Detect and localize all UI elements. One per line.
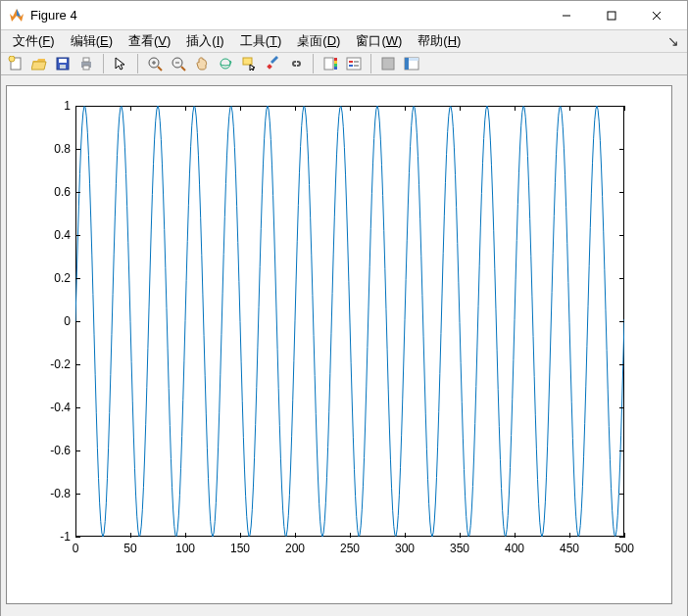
svg-rect-24 bbox=[334, 61, 337, 64]
svg-rect-20 bbox=[243, 58, 252, 65]
open-button[interactable] bbox=[28, 53, 50, 74]
close-button[interactable] bbox=[634, 1, 679, 30]
svg-rect-1 bbox=[608, 12, 615, 20]
toolbar-separator bbox=[137, 54, 138, 73]
y-tick-label: 1 bbox=[31, 99, 71, 113]
menu-view-label: 查看(V) bbox=[128, 33, 171, 48]
svg-rect-22 bbox=[324, 58, 333, 70]
x-tick-label: 200 bbox=[285, 542, 305, 555]
svg-rect-34 bbox=[405, 58, 409, 70]
menu-desktop[interactable]: 桌面(D) bbox=[289, 30, 348, 52]
svg-rect-23 bbox=[334, 58, 337, 61]
svg-rect-10 bbox=[83, 58, 89, 62]
new-figure-button[interactable] bbox=[5, 53, 26, 74]
svg-line-13 bbox=[158, 67, 162, 71]
svg-rect-26 bbox=[334, 67, 337, 70]
x-tick-label: 50 bbox=[123, 542, 136, 555]
x-tick-label: 100 bbox=[175, 542, 195, 555]
insert-colorbar-button[interactable] bbox=[319, 53, 341, 74]
menu-help-label: 帮助(H) bbox=[418, 33, 461, 48]
pan-button[interactable] bbox=[191, 53, 213, 74]
x-tick-label: 500 bbox=[614, 542, 634, 555]
y-tick-label: -0.8 bbox=[31, 487, 71, 500]
svg-point-5 bbox=[9, 56, 15, 62]
x-tick-label: 250 bbox=[340, 542, 360, 555]
maximize-button[interactable] bbox=[589, 1, 634, 30]
x-tick-label: 0 bbox=[73, 542, 79, 555]
brush-button[interactable] bbox=[262, 53, 283, 74]
hide-plot-tools-button[interactable] bbox=[377, 53, 399, 74]
menu-file[interactable]: 文件(F) bbox=[5, 30, 63, 52]
svg-rect-27 bbox=[347, 58, 361, 70]
zoom-in-button[interactable] bbox=[144, 53, 166, 74]
y-tick-label: -0.2 bbox=[31, 357, 71, 371]
menu-bar: 文件(F) 编辑(E) 查看(V) 插入(I) 工具(T) 桌面(D) 窗口(W… bbox=[1, 30, 687, 52]
toolbar-separator bbox=[103, 54, 104, 73]
title-bar[interactable]: Figure 4 bbox=[1, 1, 687, 30]
x-tick-label: 300 bbox=[395, 542, 415, 555]
matlab-icon bbox=[9, 8, 25, 24]
menu-tools-label: 工具(T) bbox=[240, 33, 282, 48]
y-tick-label: -1 bbox=[31, 530, 71, 544]
link-plots-button[interactable] bbox=[285, 53, 307, 74]
y-tick-label: -0.6 bbox=[31, 444, 71, 457]
x-tick-label: 450 bbox=[560, 542, 579, 555]
x-tick-label: 400 bbox=[505, 542, 524, 555]
zoom-out-button[interactable] bbox=[168, 53, 189, 74]
show-plot-tools-button[interactable] bbox=[401, 53, 422, 74]
pointer-button[interactable] bbox=[110, 53, 131, 74]
toolbar bbox=[1, 52, 687, 75]
print-button[interactable] bbox=[75, 53, 97, 74]
toolbar-separator bbox=[370, 54, 371, 73]
svg-point-19 bbox=[221, 59, 230, 69]
x-tick-label: 150 bbox=[230, 542, 250, 555]
svg-rect-8 bbox=[60, 65, 66, 69]
dock-handle-icon[interactable]: ↘ bbox=[663, 33, 683, 49]
svg-line-17 bbox=[181, 67, 185, 71]
svg-rect-32 bbox=[382, 58, 394, 70]
menu-help[interactable]: 帮助(H) bbox=[410, 30, 468, 52]
insert-legend-button[interactable] bbox=[343, 53, 365, 74]
menu-file-label: 文件(F) bbox=[13, 33, 55, 48]
window-title: Figure 4 bbox=[30, 8, 544, 23]
menu-tools[interactable]: 工具(T) bbox=[232, 30, 290, 52]
svg-rect-35 bbox=[409, 58, 418, 61]
axes[interactable]: -1-0.8-0.6-0.4-0.200.20.40.60.8105010015… bbox=[56, 106, 624, 556]
menu-desktop-label: 桌面(D) bbox=[297, 33, 340, 48]
menu-insert[interactable]: 插入(I) bbox=[178, 30, 231, 52]
menu-insert-label: 插入(I) bbox=[186, 33, 223, 48]
y-tick-label: 0.8 bbox=[31, 142, 71, 156]
svg-rect-25 bbox=[334, 64, 337, 67]
minimize-button[interactable] bbox=[544, 1, 589, 30]
data-cursor-button[interactable] bbox=[238, 53, 260, 74]
y-tick-label: -0.4 bbox=[31, 401, 71, 414]
x-tick-label: 350 bbox=[450, 542, 469, 555]
y-tick-label: 0.4 bbox=[31, 228, 71, 242]
menu-view[interactable]: 查看(V) bbox=[121, 30, 178, 52]
menu-edit[interactable]: 编辑(E) bbox=[63, 30, 121, 52]
svg-rect-21 bbox=[267, 64, 272, 70]
figure-body: -1-0.8-0.6-0.4-0.200.20.40.60.8105010015… bbox=[1, 75, 687, 616]
figure-window: Figure 4 文件(F) 编辑(E) 查看(V) 插入(I) 工具(T) 桌… bbox=[0, 0, 688, 616]
y-tick-label: 0.2 bbox=[31, 271, 71, 285]
axes-container: -1-0.8-0.6-0.4-0.200.20.40.60.8105010015… bbox=[6, 85, 672, 604]
y-tick-label: 0 bbox=[31, 314, 71, 328]
y-tick-label: 0.6 bbox=[31, 185, 71, 199]
svg-rect-11 bbox=[83, 66, 89, 70]
save-button[interactable] bbox=[52, 53, 74, 74]
line-plot bbox=[75, 106, 624, 537]
menu-window-label: 窗口(W) bbox=[356, 33, 402, 48]
toolbar-separator bbox=[313, 54, 314, 73]
svg-rect-7 bbox=[59, 59, 67, 63]
menu-window[interactable]: 窗口(W) bbox=[348, 30, 410, 52]
menu-edit-label: 编辑(E) bbox=[71, 33, 113, 48]
rotate3d-button[interactable] bbox=[215, 53, 236, 74]
